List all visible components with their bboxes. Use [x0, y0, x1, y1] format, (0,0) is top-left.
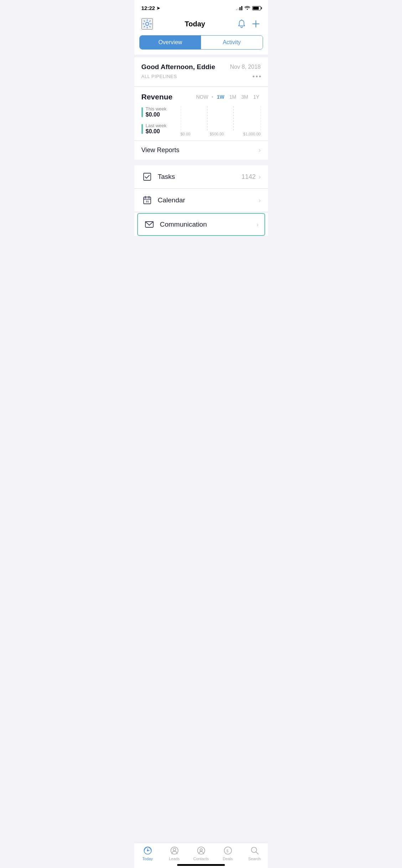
- status-bar: 12:22 ➤: [134, 0, 268, 14]
- filter-separator: [212, 96, 213, 98]
- this-week-indicator: [141, 107, 143, 117]
- tasks-item[interactable]: Tasks 1142 ›: [134, 165, 268, 188]
- overview-card: Good Afternoon, Eddie Nov 8, 2018 ALL PI…: [134, 57, 268, 86]
- wifi-icon: [244, 5, 250, 11]
- header-actions: [237, 19, 261, 29]
- tasks-icon: [141, 171, 153, 182]
- battery-icon: [252, 6, 261, 10]
- tab-activity[interactable]: Activity: [201, 36, 263, 49]
- dot-1: [253, 76, 254, 77]
- communication-chevron: ›: [257, 221, 259, 228]
- location-arrow-icon: ➤: [156, 6, 160, 11]
- this-week-amount: $0.00: [146, 112, 167, 118]
- status-icons: [236, 5, 261, 11]
- filter-1m[interactable]: 1M: [228, 93, 237, 100]
- section-divider-2: [134, 160, 268, 162]
- svg-point-0: [145, 22, 149, 26]
- greeting-text: Good Afternoon, Eddie: [141, 63, 215, 71]
- chart-container: This week $0.00 Last week $0.00: [141, 106, 261, 136]
- tasks-label: Tasks: [158, 173, 242, 181]
- pipelines-label: ALL PIPELINES: [141, 74, 177, 79]
- filter-1y[interactable]: 1Y: [252, 93, 261, 100]
- filter-now[interactable]: NOW: [195, 93, 210, 100]
- this-week-label: This week $0.00: [141, 106, 181, 118]
- time-display: 12:22: [141, 5, 155, 11]
- x-label-1: $500.00: [210, 132, 224, 136]
- tab-overview[interactable]: Overview: [140, 36, 201, 49]
- chart-svg: [181, 106, 261, 135]
- chart-grid-area: $0.00 $500.00 $1,000.00: [181, 106, 261, 136]
- chart-x-labels: $0.00 $500.00 $1,000.00: [181, 132, 261, 136]
- tab-group: Overview Activity: [139, 35, 263, 50]
- dot-2: [256, 76, 258, 77]
- section-divider-1: [134, 55, 268, 57]
- more-options-button[interactable]: [253, 76, 261, 77]
- last-week-label: Last week $0.00: [141, 123, 181, 135]
- chart-labels: This week $0.00 Last week $0.00: [141, 106, 181, 136]
- calendar-icon: 31: [141, 195, 153, 206]
- overview-header: Good Afternoon, Eddie Nov 8, 2018: [141, 63, 261, 71]
- dot-3: [259, 76, 261, 77]
- revenue-title: Revenue: [141, 93, 173, 101]
- last-week-text: Last week $0.00: [146, 123, 167, 135]
- status-time: 12:22 ➤: [141, 5, 160, 11]
- calendar-chevron: ›: [259, 197, 261, 204]
- last-week-indicator: [141, 124, 143, 134]
- calendar-item[interactable]: 31 Calendar ›: [134, 189, 268, 212]
- view-reports-chevron: ›: [259, 146, 261, 154]
- page-title: Today: [185, 20, 205, 28]
- tabs-container: Overview Activity: [134, 35, 268, 55]
- x-label-0: $0.00: [181, 132, 191, 136]
- communication-icon: [144, 219, 155, 230]
- x-label-2: $1,000.00: [243, 132, 261, 136]
- header: Today: [134, 14, 268, 35]
- filter-1w[interactable]: 1W: [215, 93, 226, 100]
- notifications-button[interactable]: [237, 19, 246, 29]
- tasks-count: 1142: [241, 173, 256, 181]
- svg-rect-8: [144, 173, 151, 180]
- calendar-label: Calendar: [158, 196, 259, 204]
- view-reports-row[interactable]: View Reports ›: [134, 141, 268, 160]
- thin-divider-1: [134, 86, 268, 87]
- pipelines-row: ALL PIPELINES: [141, 74, 261, 81]
- last-week-amount: $0.00: [146, 128, 167, 135]
- bottom-spacer: [134, 239, 268, 271]
- settings-button[interactable]: [141, 18, 153, 30]
- revenue-section: Revenue NOW 1W 1M 3M 1Y This week $0.00: [134, 87, 268, 140]
- tasks-chevron: ›: [259, 173, 261, 181]
- this-week-period: This week: [146, 106, 167, 112]
- svg-text:31: 31: [146, 200, 149, 203]
- list-section: Tasks 1142 › 31 Calendar › Communication: [134, 165, 268, 236]
- filter-3m[interactable]: 3M: [240, 93, 249, 100]
- view-reports-text: View Reports: [141, 146, 180, 154]
- date-text: Nov 8, 2018: [230, 64, 261, 70]
- revenue-header: Revenue NOW 1W 1M 3M 1Y: [141, 93, 261, 101]
- add-button[interactable]: [251, 19, 261, 29]
- communication-label: Communication: [160, 221, 257, 228]
- communication-item[interactable]: Communication ›: [137, 213, 265, 236]
- time-filters: NOW 1W 1M 3M 1Y: [195, 93, 261, 100]
- this-week-text: This week $0.00: [146, 106, 167, 118]
- thin-divider-4: [134, 212, 268, 212]
- last-week-period: Last week: [146, 123, 167, 128]
- signal-icon: [236, 6, 242, 10]
